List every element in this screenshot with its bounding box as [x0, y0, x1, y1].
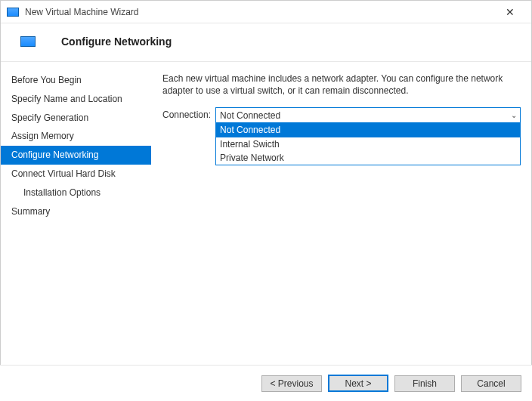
page-title: Configure Networking — [61, 35, 172, 48]
finish-button[interactable]: Finish — [394, 375, 455, 392]
window-title: New Virtual Machine Wizard — [25, 7, 495, 17]
cancel-button[interactable]: Cancel — [461, 375, 521, 392]
steps-sidebar: Before You Begin Specify Name and Locati… — [1, 62, 152, 360]
step-before-you-begin[interactable]: Before You Begin — [1, 71, 151, 90]
titlebar: New Virtual Machine Wizard ✕ — [1, 1, 531, 23]
step-installation-options[interactable]: Installation Options — [1, 184, 151, 202]
connection-dropdown: Not Connected Internal Swicth Private Ne… — [215, 123, 521, 165]
wizard-body: Before You Begin Specify Name and Locati… — [1, 62, 531, 360]
option-not-connected[interactable]: Not Connected — [216, 123, 520, 137]
option-private-network[interactable]: Private Network — [216, 151, 520, 165]
next-button[interactable]: Next > — [328, 375, 388, 392]
previous-button[interactable]: < Previous — [261, 375, 322, 392]
chevron-down-icon: ⌄ — [511, 111, 517, 119]
connection-combobox-wrap: Not Connected ⌄ Not Connected Internal S… — [215, 107, 521, 123]
option-internal-switch[interactable]: Internal Swicth — [216, 137, 520, 151]
step-specify-name-location[interactable]: Specify Name and Location — [1, 90, 151, 109]
close-icon: ✕ — [506, 6, 515, 18]
connection-row: Connection: Not Connected ⌄ Not Connecte… — [162, 107, 521, 123]
wizard-header: Configure Networking — [1, 23, 531, 62]
connection-selected-value: Not Connected — [220, 110, 511, 121]
step-specify-generation[interactable]: Specify Generation — [1, 109, 151, 128]
step-connect-vhd[interactable]: Connect Virtual Hard Disk — [1, 165, 151, 184]
connection-combobox[interactable]: Not Connected ⌄ — [215, 107, 521, 123]
content-panel: Each new virtual machine includes a netw… — [152, 62, 531, 360]
step-configure-networking[interactable]: Configure Networking — [1, 146, 151, 165]
description-text: Each new virtual machine includes a netw… — [162, 72, 521, 97]
connection-label: Connection: — [162, 107, 215, 120]
step-assign-memory[interactable]: Assign Memory — [1, 127, 151, 146]
close-button[interactable]: ✕ — [495, 2, 525, 23]
app-icon — [7, 8, 19, 17]
wizard-footer: < Previous Next > Finish Cancel — [0, 365, 532, 401]
wizard-header-icon — [20, 36, 36, 47]
step-summary[interactable]: Summary — [1, 202, 151, 221]
